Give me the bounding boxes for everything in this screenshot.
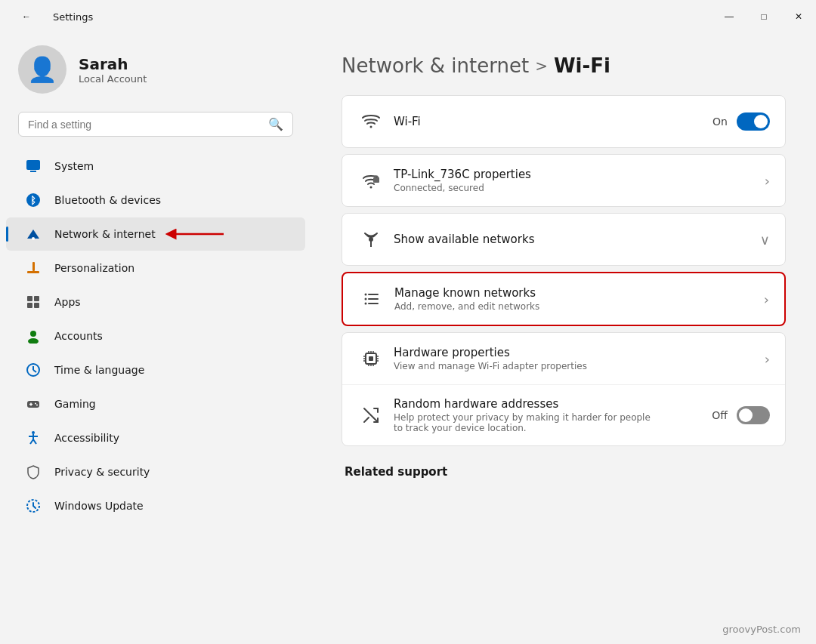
sidebar: 👤 Sarah Local Account 🔍 System: [0, 30, 311, 644]
wifi-title: Wi-Fi: [394, 115, 712, 128]
tplink-row[interactable]: TP-Link_736C properties Connected, secur…: [342, 155, 785, 206]
svg-rect-7: [27, 271, 39, 273]
random-addresses-action: Off: [712, 406, 770, 424]
sidebar-item-accounts[interactable]: Accounts: [6, 319, 305, 353]
sidebar-item-accessibility[interactable]: Accessibility: [6, 421, 305, 454]
show-networks-action: ∨: [760, 232, 770, 248]
tplink-action: ›: [765, 173, 770, 189]
avatar: 👤: [18, 45, 66, 94]
watermark: groovyPost.com: [722, 624, 801, 635]
hardware-title: Hardware properties: [394, 346, 765, 359]
user-info: Sarah Local Account: [79, 55, 147, 85]
svg-point-39: [365, 298, 367, 300]
sidebar-label-accessibility: Accessibility: [54, 432, 119, 444]
random-addresses-value: Off: [712, 409, 728, 421]
svg-rect-18: [27, 401, 39, 408]
tplink-text: TP-Link_736C properties Connected, secur…: [394, 168, 765, 193]
sidebar-label-bluetooth: Bluetooth & devices: [54, 194, 161, 206]
breadcrumb-separator: >: [535, 57, 548, 75]
svg-rect-42: [369, 356, 373, 361]
wifi-value: On: [712, 116, 728, 128]
chip-icon: [357, 345, 385, 372]
random-addresses-text: Random hardware addresses Help protect y…: [394, 397, 712, 433]
svg-point-30: [370, 186, 372, 189]
arrow-annotation: [165, 225, 225, 243]
close-button[interactable]: ✕: [781, 5, 816, 29]
svg-rect-0: [26, 160, 40, 170]
shuffle-icon: [357, 402, 385, 429]
window-controls: — □ ✕: [712, 5, 816, 29]
show-networks-row[interactable]: Show available networks ∨: [342, 214, 785, 265]
sidebar-item-personalization[interactable]: Personalization: [6, 251, 305, 285]
tplink-title: TP-Link_736C properties: [394, 168, 765, 181]
svg-rect-1: [30, 171, 36, 172]
show-networks-title: Show available networks: [394, 233, 760, 246]
sidebar-item-gaming[interactable]: Gaming: [6, 387, 305, 421]
wifi-toggle-row[interactable]: Wi-Fi On: [342, 96, 785, 147]
svg-point-21: [35, 403, 36, 405]
search-input[interactable]: [28, 119, 268, 131]
sidebar-item-network[interactable]: Network & internet: [6, 217, 305, 251]
sidebar-item-apps[interactable]: Apps: [6, 285, 305, 319]
search-box[interactable]: 🔍: [18, 112, 293, 137]
svg-line-17: [33, 370, 36, 372]
related-support-title: Related support: [345, 465, 447, 479]
list-lines-icon: [358, 285, 385, 313]
windows-update-icon: [24, 497, 42, 515]
user-account-type: Local Account: [79, 73, 147, 85]
sidebar-item-privacy[interactable]: Privacy & security: [6, 455, 305, 488]
bluetooth-icon: ᛒ: [24, 191, 42, 209]
show-networks-text: Show available networks: [394, 233, 760, 246]
hardware-properties-row[interactable]: Hardware properties View and manage Wi-F…: [342, 333, 785, 385]
sidebar-item-system[interactable]: System: [6, 149, 305, 183]
chevron-right-icon: ›: [765, 173, 770, 189]
hardware-card: Hardware properties View and manage Wi-F…: [342, 332, 786, 446]
nav-items: System ᛒ Bluetooth & devices: [0, 149, 311, 523]
wifi-toggle[interactable]: [737, 112, 770, 131]
sidebar-item-bluetooth[interactable]: ᛒ Bluetooth & devices: [6, 183, 305, 217]
manage-networks-row[interactable]: Manage known networks Add, remove, and e…: [343, 273, 784, 325]
maximize-button[interactable]: □: [746, 5, 781, 29]
user-profile[interactable]: 👤 Sarah Local Account: [0, 30, 311, 109]
tplink-card: TP-Link_736C properties Connected, secur…: [342, 154, 786, 207]
search-icon: 🔍: [268, 117, 283, 131]
personalization-icon: [24, 259, 42, 277]
svg-rect-10: [34, 296, 39, 301]
breadcrumb-current: Wi-Fi: [554, 54, 610, 77]
svg-rect-12: [34, 303, 39, 308]
svg-point-14: [28, 338, 39, 344]
svg-point-38: [365, 294, 367, 296]
main-content: Network & internet > Wi-Fi Wi-Fi: [311, 30, 816, 644]
sidebar-label-time: Time & language: [54, 364, 144, 376]
sidebar-item-windows-update[interactable]: Windows Update: [6, 489, 305, 522]
sidebar-label-system: System: [54, 160, 94, 172]
random-addresses-row[interactable]: Random hardware addresses Help protect y…: [342, 385, 785, 445]
sidebar-item-time[interactable]: Time & language: [6, 353, 305, 387]
app-container: 👤 Sarah Local Account 🔍 System: [0, 30, 816, 644]
sidebar-label-privacy: Privacy & security: [54, 466, 150, 478]
gaming-icon: [24, 395, 42, 413]
back-button[interactable]: ←: [9, 5, 44, 29]
manage-networks-action: ›: [764, 291, 769, 307]
wifi-lock-icon: [357, 167, 385, 194]
manage-networks-text: Manage known networks Add, remove, and e…: [394, 286, 764, 312]
svg-point-22: [36, 405, 38, 406]
time-icon: [24, 361, 42, 379]
svg-point-40: [365, 303, 367, 305]
svg-rect-9: [27, 296, 32, 301]
sidebar-label-apps: Apps: [54, 296, 81, 308]
accessibility-icon: [24, 429, 42, 447]
minimize-button[interactable]: —: [712, 5, 746, 29]
random-addresses-toggle[interactable]: [737, 406, 770, 424]
hardware-text: Hardware properties View and manage Wi-F…: [394, 346, 765, 371]
svg-rect-11: [27, 303, 32, 308]
hardware-chevron-icon: ›: [765, 351, 770, 367]
svg-point-4: [32, 237, 35, 240]
sidebar-label-gaming: Gaming: [54, 398, 96, 410]
svg-point-13: [30, 331, 36, 337]
user-name: Sarah: [79, 55, 147, 73]
sidebar-label-network: Network & internet: [54, 228, 156, 240]
manage-networks-card: Manage known networks Add, remove, and e…: [342, 272, 786, 326]
hardware-action: ›: [765, 351, 770, 367]
app-title: Settings: [53, 11, 93, 23]
